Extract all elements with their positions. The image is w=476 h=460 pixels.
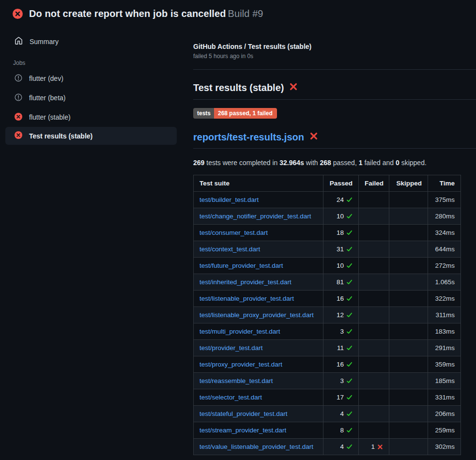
run-title: Do not create report when job is cancell… [29,8,263,19]
passed-count: 11 [337,344,344,352]
failed-cell [359,192,389,208]
failed-cell [359,291,389,307]
suite-link[interactable]: test/consumer_test.dart [200,229,268,236]
section-title-text: Test results (stable) [193,82,284,93]
suite-cell: test/future_provider_test.dart [194,258,323,274]
sidebar-summary-label: Summary [30,38,59,46]
table-row: test/stream_provider_test.dart8 259ms [194,422,461,439]
passed-cell: 16 [323,356,359,373]
passed-cell: 11 [323,340,359,356]
passed-cell-value: 16 [337,361,353,368]
passed-count: 12 [337,311,344,319]
home-icon [15,37,23,45]
neutral-status-icon [15,74,22,83]
passed-cell: 4 [323,406,359,422]
suite-link[interactable]: test/provider_test.dart [200,344,263,352]
passed-cell: 4 [323,439,359,455]
skipped-cell [389,340,428,356]
report-file-link[interactable]: reports/test-results.json [193,132,304,143]
suite-cell: test/multi_provider_test.dart [194,323,323,340]
table-row: test/context_test.dart31 644ms [194,241,461,258]
tests-badge: tests 268 passed, 1 failed [193,108,277,119]
test-summary-line: 269 tests were completed in 32.964s with… [193,159,476,167]
run-status-line: failed 5 hours ago in 0s [193,53,476,60]
check-mark-icon [346,295,353,302]
table-row: test/value_listenable_provider_test.dart… [194,439,461,455]
table-row: test/reassemble_test.dart3 185ms [194,373,461,389]
skipped-cell [389,291,428,307]
x-icon [309,132,318,143]
passed-cell-value: 8 [340,427,353,434]
passed-cell-value: 81 [337,278,353,286]
suite-link[interactable]: test/stream_provider_test.dart [200,427,286,434]
suite-link[interactable]: test/stateful_provider_test.dart [200,410,288,417]
suite-link[interactable]: test/context_test.dart [200,245,260,253]
passed-count: 4 [340,410,344,417]
suite-link[interactable]: test/proxy_provider_test.dart [200,361,282,368]
suite-link[interactable]: test/builder_test.dart [200,196,259,203]
passed-count: 81 [337,278,344,286]
suite-cell: test/change_notifier_provider_test.dart [194,208,323,225]
table-row: test/inherited_provider_test.dart81 1.06… [194,274,461,291]
skipped-cell [389,192,428,208]
time-cell: 1.065s [428,274,461,291]
sidebar-job-item[interactable]: flutter (stable) [0,107,182,127]
home-icon [15,37,23,46]
sidebar-job-item[interactable]: Test results (stable) [5,127,177,145]
passed-cell: 31 [323,241,359,258]
skipped-cell [389,439,428,455]
passed-cell: 16 [323,291,359,307]
table-header-row: Test suitePassedFailedSkippedTime [194,175,461,192]
suite-link[interactable]: test/listenable_proxy_provider_test.dart [200,311,314,319]
passed-cell-value: 3 [340,377,353,384]
table-row: test/listenable_provider_test.dart16 322… [194,291,461,307]
passed-cell-value: 3 [340,328,353,335]
check-mark-icon [346,394,353,400]
suite-cell: test/listenable_provider_test.dart [194,291,323,307]
passed-count: 31 [337,245,344,253]
passed-cell: 24 [323,192,359,208]
suite-link[interactable]: test/future_provider_test.dart [200,262,283,269]
failed-status-icon [15,131,22,140]
passed-count: 16 [337,295,344,302]
passed-cell-value: 10 [337,213,353,220]
passed-count: 3 [340,328,344,335]
column-header-skipped: Skipped [389,175,428,192]
failed-count: 1 [371,443,375,450]
suite-link[interactable]: test/selector_test.dart [200,394,262,401]
check-mark-icon [346,411,353,417]
skipped-cell [389,389,428,406]
divider [193,69,476,70]
breadcrumb: GitHub Actions / Test results (stable) [193,43,476,50]
sidebar-job-label: flutter (dev) [29,75,63,82]
suite-link[interactable]: test/multi_provider_test.dart [200,328,280,335]
check-mark-icon [346,444,353,450]
sidebar-job-item[interactable]: flutter (dev) [0,69,182,88]
report-title: reports/test-results.json [193,132,476,149]
suite-link[interactable]: test/value_listenable_provider_test.dart [200,443,313,450]
summary-segment: failed and [363,159,396,167]
check-mark-icon [346,262,353,269]
sidebar-item-summary[interactable]: Summary [0,32,182,51]
failed-cell [359,225,389,241]
passed-cell-value: 18 [337,229,353,236]
suite-link[interactable]: test/inherited_provider_test.dart [200,278,292,286]
passed-cell-value: 12 [337,311,353,319]
skipped-cell [389,307,428,323]
column-header-failed: Failed [359,175,389,192]
passed-cell-value: 16 [337,295,353,302]
jobs-list: flutter (dev) flutter (beta) flutter (st… [0,69,182,145]
jobs-section-label: Jobs [13,60,182,66]
suite-link[interactable]: test/listenable_provider_test.dart [200,295,294,302]
skipped-cell [389,422,428,439]
skipped-cell [389,323,428,340]
sidebar-job-item[interactable]: flutter (beta) [0,88,182,107]
cross-mark-icon [289,82,298,91]
summary-segment: passed, [331,159,359,167]
failed-cell [359,208,389,225]
time-cell: 375ms [428,192,461,208]
check-mark-icon [346,213,353,219]
suite-link[interactable]: test/reassemble_test.dart [200,377,273,384]
summary-segment: 269 [193,159,204,167]
suite-link[interactable]: test/change_notifier_provider_test.dart [200,213,311,220]
